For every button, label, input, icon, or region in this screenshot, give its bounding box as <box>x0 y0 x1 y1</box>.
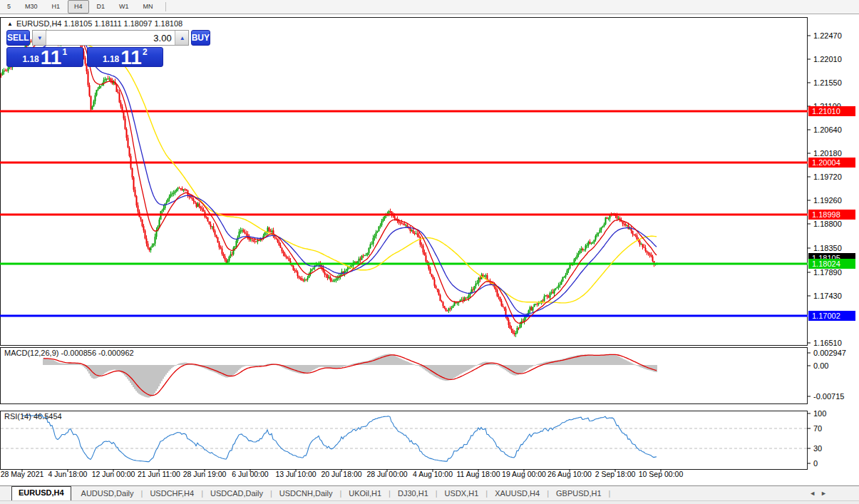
price-axis: 1.224701.220101.215501.211001.206401.201… <box>808 31 846 468</box>
chart-tab-xauusd[interactable]: XAUUSD,H4 <box>488 487 546 500</box>
tab-separator: | <box>609 489 611 498</box>
chart-tab-audusd[interactable]: AUDUSD,Daily <box>75 487 140 500</box>
tab-separator: | <box>485 489 488 498</box>
svg-text:19 Aug 00:00: 19 Aug 00:00 <box>502 470 546 478</box>
svg-text:30: 30 <box>813 444 822 453</box>
svg-text:13 Jul 10:00: 13 Jul 10:00 <box>275 470 316 478</box>
lot-decrease-button[interactable]: ▼ <box>33 31 46 45</box>
svg-text:0.00: 0.00 <box>813 361 828 370</box>
panel-frame-2 <box>1 411 808 470</box>
chart-tab-ukoil[interactable]: UKOil,H1 <box>342 487 388 500</box>
svg-text:4 Jun 18:00: 4 Jun 18:00 <box>48 470 88 478</box>
svg-text:1.18350: 1.18350 <box>813 244 842 252</box>
timeframe-button-M30[interactable]: M30 <box>19 0 44 14</box>
macd-histogram <box>43 354 657 398</box>
level-lines-layer <box>0 111 808 316</box>
tab-separator: | <box>389 489 391 498</box>
svg-text:100: 100 <box>813 409 826 418</box>
level-badge-1.20004: 1.20004 <box>808 158 855 168</box>
svg-text:1.21550: 1.21550 <box>813 78 842 87</box>
tab-scroll-arrows[interactable]: ◄► <box>809 486 832 501</box>
date-axis: 28 May 20214 Jun 18:0012 Jun 00:0021 Jun… <box>1 469 684 478</box>
svg-text:-0.00715: -0.00715 <box>813 392 844 401</box>
buy-price-display[interactable]: 1.18 11 2 <box>87 47 164 67</box>
svg-text:21 Jun 11:00: 21 Jun 11:00 <box>138 470 180 478</box>
symbol-period-label: EURUSD,H4 <box>16 19 62 28</box>
buy-price-small: 1.18 <box>103 54 119 64</box>
macd-indicator-label: MACD(12,26,9) -0.000856 -0.000962 <box>4 349 134 357</box>
svg-text:12 Jun 00:00: 12 Jun 00:00 <box>92 470 135 478</box>
buy-button[interactable]: BUY <box>191 30 210 46</box>
svg-text:1.18998: 1.18998 <box>812 210 840 219</box>
sell-price-small: 1.18 <box>22 54 38 64</box>
ohlc-readout: 1.18105 1.18111 1.18097 1.18108 <box>64 19 183 28</box>
chart-canvas[interactable]: 1.224701.220101.215501.211001.206401.201… <box>0 0 859 504</box>
buy-price-big: 11 <box>120 48 142 66</box>
svg-text:1.21010: 1.21010 <box>812 107 840 115</box>
timeframe-button-W1[interactable]: W1 <box>113 0 135 14</box>
svg-text:28 Jul 00:00: 28 Jul 00:00 <box>366 470 407 478</box>
level-badge-1.18998: 1.18998 <box>808 210 855 220</box>
timeframe-button-MN[interactable]: MN <box>137 0 160 14</box>
chart-header: ▲EURUSD,H4 1.18105 1.18111 1.18097 1.181… <box>7 19 182 28</box>
lot-increase-button[interactable]: ▲ <box>175 31 188 45</box>
svg-text:1.22470: 1.22470 <box>813 31 842 40</box>
svg-text:28 May 2021: 28 May 2021 <box>1 470 44 478</box>
chart-tab-dj30[interactable]: DJ30,H1 <box>391 487 435 500</box>
svg-text:1.17890: 1.17890 <box>813 268 842 277</box>
chart-tab-bar: EURUSD,H4AUDUSD,Daily|USDCHF,H4|USDCAD,D… <box>0 485 859 500</box>
svg-text:1.20180: 1.20180 <box>813 149 842 158</box>
timeframe-toolbar: 5M30H1H4D1W1MN <box>0 0 859 14</box>
chart-tab-usdx[interactable]: USDX,H1 <box>438 487 485 500</box>
level-badge-1.21010: 1.21010 <box>808 106 855 116</box>
chart-tab-usdchf[interactable]: USDCHF,H4 <box>143 487 200 500</box>
collapse-triangle-icon[interactable]: ▲ <box>7 21 13 27</box>
chart-tab-usdcnh[interactable]: USDCNH,Daily <box>273 487 339 500</box>
svg-text:20 Jul 18:00: 20 Jul 18:00 <box>321 470 361 478</box>
lot-size-spinner: ▼ ▲ <box>32 30 189 46</box>
tab-separator: | <box>141 489 143 498</box>
svg-text:0: 0 <box>813 459 818 468</box>
sell-button[interactable]: SELL <box>6 30 30 46</box>
svg-text:1.19260: 1.19260 <box>813 196 842 205</box>
svg-text:1.16510: 1.16510 <box>813 339 842 347</box>
sell-price-big: 11 <box>41 48 62 66</box>
timeframe-button-H4[interactable]: H4 <box>68 0 89 14</box>
sell-price-display[interactable]: 1.18 11 1 <box>6 47 83 67</box>
svg-text:26 Aug 10:00: 26 Aug 10:00 <box>547 470 592 478</box>
tab-separator: | <box>201 489 203 498</box>
chart-tab-gbpusd[interactable]: GBPUSD,H1 <box>550 487 608 500</box>
status-strip <box>0 500 859 504</box>
lot-size-input[interactable] <box>46 31 175 45</box>
svg-text:28 Jun 19:00: 28 Jun 19:00 <box>183 470 227 478</box>
chart-tab-eurusd[interactable]: EURUSD,H4 <box>11 486 71 501</box>
svg-text:11 Aug 18:00: 11 Aug 18:00 <box>456 470 500 478</box>
svg-text:1.20004: 1.20004 <box>812 158 840 167</box>
svg-text:1.19720: 1.19720 <box>813 173 842 181</box>
svg-text:1.22010: 1.22010 <box>813 55 842 63</box>
toolbar-separator <box>165 2 166 11</box>
timeframe-button-H1[interactable]: H1 <box>46 0 67 14</box>
level-badge-1.18024: 1.18024 <box>808 259 855 269</box>
tab-separator: | <box>339 489 341 498</box>
tab-separator: | <box>270 489 272 498</box>
svg-text:1.20640: 1.20640 <box>813 125 842 134</box>
svg-text:2 Sep 18:00: 2 Sep 18:00 <box>595 470 636 478</box>
svg-text:70: 70 <box>813 424 822 433</box>
svg-text:10 Sep 00:00: 10 Sep 00:00 <box>639 470 684 478</box>
candles-layer <box>1 29 658 337</box>
svg-text:1.17430: 1.17430 <box>813 292 842 300</box>
svg-text:1.17002: 1.17002 <box>812 312 840 320</box>
chart-tab-usdcad[interactable]: USDCAD,Daily <box>204 487 269 500</box>
sell-price-sup: 1 <box>62 47 67 57</box>
svg-text:4 Aug 10:00: 4 Aug 10:00 <box>413 470 453 478</box>
timeframe-button-5[interactable]: 5 <box>1 0 17 14</box>
svg-text:1.18024: 1.18024 <box>812 259 840 268</box>
tab-separator: | <box>547 489 549 498</box>
buy-price-sup: 2 <box>143 47 148 57</box>
rsi-line <box>22 415 657 461</box>
svg-text:1.18800: 1.18800 <box>813 220 842 228</box>
timeframe-button-D1[interactable]: D1 <box>91 0 112 14</box>
svg-text:6 Jul 00:00: 6 Jul 00:00 <box>232 470 269 478</box>
svg-text:0.002947: 0.002947 <box>813 349 846 357</box>
